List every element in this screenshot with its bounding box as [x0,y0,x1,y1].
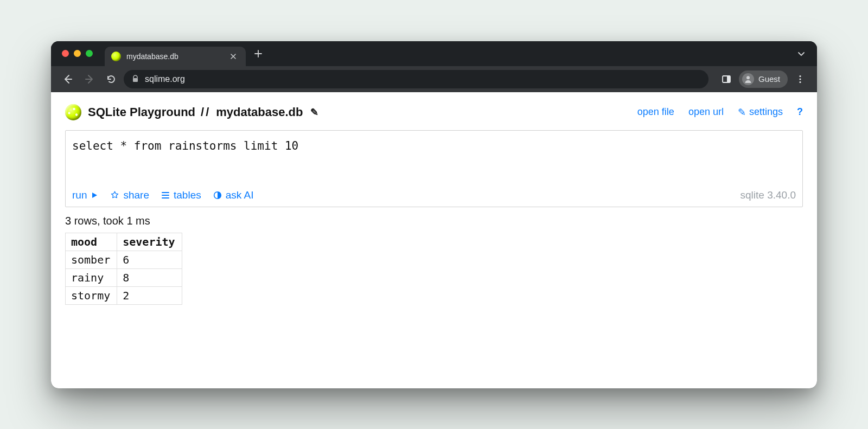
tab-favicon-icon [111,52,121,61]
play-icon [91,191,98,199]
page-actions: open file open url ✎ settings ? [637,106,803,118]
ask-ai-label: ask AI [226,189,254,201]
window-controls [62,50,93,57]
svg-rect-0 [133,78,138,82]
svg-rect-2 [727,76,730,82]
star-icon [110,190,119,200]
result-header-row: moodseverity [66,233,182,251]
page-content: SQLite Playground // mydatabase.db ✎ ope… [51,92,817,388]
browser-menu-button[interactable] [791,70,809,88]
app-name: SQLite Playground [88,105,195,119]
contrast-icon [213,191,222,200]
toolbar-right-cluster: Guest [717,70,809,88]
sqlite-version: sqlite 3.40.0 [741,189,796,201]
tab-overflow-button[interactable] [793,46,809,62]
result-cell: stormy [66,286,117,304]
share-button[interactable]: share [110,189,149,201]
app-logo-icon [65,104,81,120]
browser-tab[interactable]: mydatabase.db [105,47,246,66]
side-panel-button[interactable] [717,70,736,88]
settings-label: settings [749,106,783,118]
new-tab-button[interactable] [250,46,266,62]
result-table: moodseverity somber6rainy8stormy2 [65,233,182,305]
page-title: SQLite Playground // mydatabase.db ✎ [88,105,318,119]
avatar-icon [742,73,754,85]
result-cell: 6 [117,251,182,268]
table-row: rainy8 [66,268,182,286]
ask-ai-button[interactable]: ask AI [213,189,254,201]
address-bar[interactable]: sqlime.org [124,70,709,88]
pencil-icon[interactable]: ✎ [310,106,318,118]
editor-toolbar: run share [66,187,802,207]
browser-window: mydatabase.db [51,41,817,388]
window-close-button[interactable] [62,50,69,57]
address-url: sqlime.org [145,74,185,84]
title-separator: // [201,105,210,119]
settings-link[interactable]: ✎ settings [738,106,783,118]
svg-point-5 [799,78,801,80]
list-icon [161,191,170,200]
result-cell: 8 [117,268,182,286]
result-cell: 2 [117,286,182,304]
svg-point-4 [799,75,801,76]
nav-back-button[interactable] [59,70,77,88]
help-link[interactable]: ? [797,106,803,118]
window-minimize-button[interactable] [74,50,81,57]
nav-forward-button[interactable] [80,70,99,88]
page-header: SQLite Playground // mydatabase.db ✎ ope… [65,104,803,120]
lock-icon [131,75,139,83]
tab-title: mydatabase.db [126,52,223,61]
nav-reload-button[interactable] [102,70,120,88]
result-cell: somber [66,251,117,268]
result-status: 3 rows, took 1 ms [65,215,803,227]
db-name[interactable]: mydatabase.db [216,105,303,119]
browser-toolbar: sqlime.org Guest [51,66,817,92]
tab-strip: mydatabase.db [51,41,817,66]
table-row: stormy2 [66,286,182,304]
open-file-link[interactable]: open file [637,106,674,118]
svg-point-3 [746,76,750,79]
run-label: run [72,189,87,201]
svg-point-6 [799,81,801,82]
open-url-link[interactable]: open url [688,106,724,118]
result-cell: rainy [66,268,117,286]
table-row: somber6 [66,251,182,268]
sql-editor[interactable]: select * from rainstorms limit 10 [66,131,802,187]
share-label: share [123,189,149,201]
profile-label: Guest [758,74,780,84]
profile-button[interactable]: Guest [739,71,788,88]
tables-button[interactable]: tables [161,189,201,201]
settings-icon: ✎ [738,106,746,118]
window-zoom-button[interactable] [86,50,93,57]
result-column-header: severity [117,233,182,251]
result-column-header: mood [66,233,117,251]
run-button[interactable]: run [72,189,98,201]
editor-panel: select * from rainstorms limit 10 run sh… [65,130,803,207]
tables-label: tables [174,189,201,201]
tab-close-button[interactable] [228,52,238,61]
